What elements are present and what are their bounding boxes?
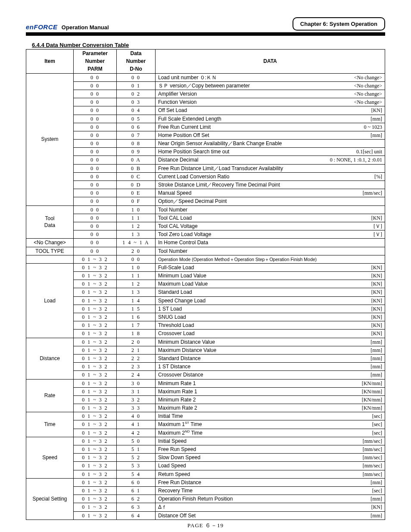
data-cell: ＳＰ version／Copy between parameter<No cha…	[156, 81, 385, 90]
dno-cell: 5 3	[117, 462, 156, 470]
table-row: 0 00 8Near Origin Sensor Availability／Ba…	[26, 140, 385, 148]
parm-cell: 0 1 ~ 3 2	[74, 330, 117, 338]
data-cell: Initial Speed[mm/sec]	[156, 437, 385, 445]
data-unit: [%]	[374, 173, 382, 180]
dno-cell: 2 3	[117, 363, 156, 371]
data-label: Tool Number	[158, 248, 187, 255]
data-cell: Tool Number	[156, 247, 385, 255]
data-cell: Tool Zero Load Voltage[Ｖ]	[156, 230, 385, 239]
parm-cell: 0 1 ~ 3 2	[74, 288, 117, 296]
data-cell: Full Scale Extended Length[mm]	[156, 115, 385, 123]
dno-cell: 1 3	[117, 288, 156, 296]
data-cell: Function Version<No change>	[156, 98, 385, 106]
data-cell: Standard Distance[mm]	[156, 354, 385, 362]
parm-cell: 0 0	[74, 164, 117, 172]
table-row: 0 00 6Free Run Current Limit0 ~ 1023	[26, 123, 385, 131]
data-cell: Free Run Speed[mm/sec]	[156, 445, 385, 454]
data-unit: [mm/sec]	[363, 462, 382, 469]
dno-cell: 6 2	[117, 495, 156, 503]
dno-cell: 0 7	[117, 131, 156, 139]
data-label: Maximum 2ND Time	[158, 429, 202, 436]
dno-cell: 6 0	[117, 478, 156, 486]
table-row: 0 1 ~ 3 26 4Distance Off Set[mm]	[26, 511, 385, 520]
data-cell: Δｆ[KN]	[156, 503, 385, 511]
data-label: Home Position Search time out	[158, 148, 229, 155]
logo: enFORCE	[26, 23, 58, 31]
data-label: Function Version	[158, 99, 196, 106]
data-cell: Tool Number	[156, 205, 385, 214]
data-cell: Maximum 1ST Time[sec]	[156, 420, 385, 429]
dno-cell: 3 2	[117, 395, 156, 404]
dno-cell: 1 2	[117, 222, 156, 230]
parm-cell: 0 1 ~ 3 2	[74, 511, 117, 520]
table-row: 0 1 ~ 3 25 4Return Speed[mm/sec]	[26, 470, 385, 478]
table-row: 0 1 ~ 3 21 3Standard Load[KN]	[26, 288, 385, 296]
parm-cell: 0 0	[74, 230, 117, 239]
table-row: 0 00 4Off Set Load[KN]	[26, 106, 385, 115]
col-item: Item	[26, 50, 74, 74]
data-label: Free Run Current Limit	[158, 124, 211, 131]
data-label: Maximum Rate 1	[158, 388, 197, 395]
table-row: 0 1 ~ 3 21 2Maximum Load Value[KN]	[26, 280, 385, 288]
data-unit: [KN/mm]	[362, 380, 382, 387]
parm-cell: 0 1 ~ 3 2	[74, 354, 117, 362]
data-cell: Slow Down Speed[mm/sec]	[156, 454, 385, 462]
parm-cell: 0 0	[74, 148, 117, 156]
data-unit: [sec]	[372, 421, 382, 428]
parm-cell: 0 0	[74, 90, 117, 98]
data-unit: [sec]	[372, 413, 382, 420]
table-row: 0 1 ~ 3 21 4Speed Change Load[KN]	[26, 296, 385, 305]
data-label: Minimum Rate 2	[158, 396, 196, 403]
dno-cell: 2 2	[117, 354, 156, 362]
table-row: 0 00 3Function Version<No change>	[26, 98, 385, 106]
data-cell: Crossover Distance[mm]	[156, 371, 385, 379]
item-cell: ToolData	[26, 205, 74, 239]
data-label: Near Origin Sensor Availability／Bank Cha…	[158, 140, 282, 147]
data-unit: <No change>	[354, 90, 382, 97]
table-row: TOOL TYPE0 02 0Tool Number	[26, 247, 385, 255]
table-row: 0 00 1ＳＰ version／Copy between parameter<…	[26, 81, 385, 90]
data-cell: Standard Load[KN]	[156, 288, 385, 296]
data-label: Distance Off Set	[158, 512, 196, 519]
parm-cell: 0 0	[74, 140, 117, 148]
dno-cell: 6 1	[117, 486, 156, 495]
dno-cell: 1 6	[117, 313, 156, 321]
dno-cell: 4 1	[117, 420, 156, 429]
dno-cell: 1 7	[117, 321, 156, 330]
item-cell: System	[26, 73, 74, 205]
parm-cell: 0 1 ~ 3 2	[74, 313, 117, 321]
data-unit: [KN/mm]	[362, 396, 382, 403]
data-cell: Distance Decimal0 : NONE, 1 :0.1, 2 :0.0…	[156, 156, 385, 164]
parm-cell: 0 1 ~ 3 2	[74, 272, 117, 280]
dno-cell: 0 C	[117, 172, 156, 180]
data-unit: [sec]	[372, 429, 382, 436]
data-cell: In Home Control Data	[156, 239, 385, 247]
data-label: Home Position Off Set	[158, 132, 209, 139]
parm-cell: 0 1 ~ 3 2	[74, 296, 117, 305]
table-row: Speed0 1 ~ 3 25 0Initial Speed[mm/sec]	[26, 437, 385, 445]
col-data: DATA	[156, 50, 385, 74]
parm-cell: 0 0	[74, 189, 117, 197]
data-label: In Home Control Data	[158, 239, 208, 246]
dno-cell: 3 1	[117, 387, 156, 395]
dno-cell: 1 0	[117, 263, 156, 271]
data-label: Standard Distance	[158, 355, 201, 362]
dno-cell: 5 4	[117, 470, 156, 478]
data-label: Minimum Distance Value	[158, 339, 215, 345]
data-cell: Tool CAL Voltage[Ｖ]	[156, 222, 385, 230]
dno-cell: 0 1	[117, 81, 156, 90]
table-row: 0 1 ~ 3 22 4Crossover Distance[mm]	[26, 371, 385, 379]
data-label: Initial Time	[158, 413, 183, 420]
table-row: 0 00 9Home Position Search time out0.1[s…	[26, 148, 385, 156]
data-unit: [KN]	[371, 504, 382, 510]
col-dno-3: D-No	[117, 65, 156, 73]
dno-cell: 1 0	[117, 205, 156, 214]
parm-cell: 0 1 ~ 3 2	[74, 404, 117, 412]
parm-cell: 0 1 ~ 3 2	[74, 420, 117, 429]
parm-cell: 0 0	[74, 181, 117, 189]
data-cell: Current Load Conversion Ratio[%]	[156, 172, 385, 180]
data-cell: Load Speed[mm/sec]	[156, 462, 385, 470]
data-cell: Crossover Load[KN]	[156, 330, 385, 338]
parm-cell: 0 1 ~ 3 2	[74, 263, 117, 271]
data-unit: [KN]	[371, 314, 382, 320]
